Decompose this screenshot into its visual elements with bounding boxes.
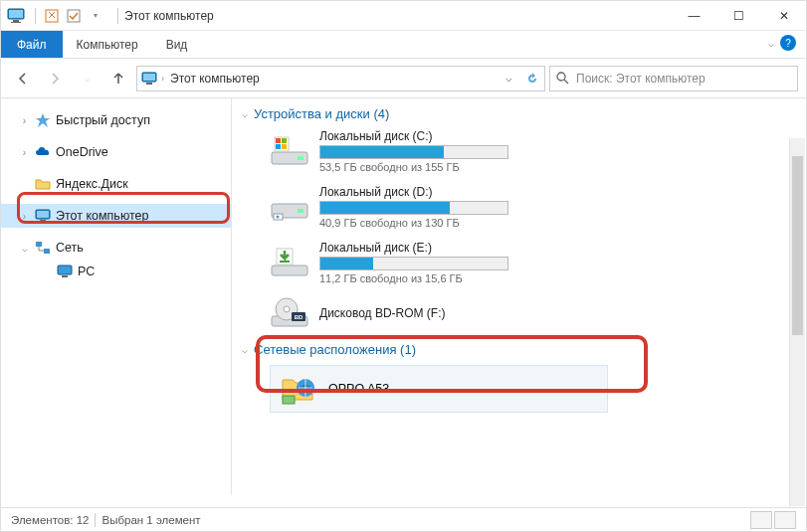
address-dropdown[interactable]: ⌵ — [497, 67, 520, 90]
vertical-scrollbar[interactable] — [789, 138, 805, 506]
refresh-button[interactable] — [520, 67, 544, 90]
drive-name: Локальный диск (C:) — [319, 129, 508, 143]
recent-dropdown[interactable]: ⌵ — [73, 67, 101, 90]
svg-rect-2 — [13, 20, 19, 22]
address-bar[interactable]: › Этот компьютер ⌵ — [136, 66, 545, 91]
status-selected: Выбран 1 элемент — [101, 514, 200, 526]
view-toggle — [750, 511, 796, 529]
svg-point-34 — [284, 306, 290, 312]
drive-download-icon — [270, 246, 309, 279]
file-tab[interactable]: Файл — [1, 31, 63, 58]
drive-info: Локальный диск (D:) 40,9 ГБ свободно из … — [319, 185, 508, 229]
sidebar-quick-access[interactable]: › Быстрый доступ — [1, 108, 231, 132]
qat-checkbox-icon[interactable] — [64, 6, 84, 26]
svg-rect-38 — [283, 396, 295, 404]
content-pane: ⌵ Устройства и диски (4) Локальный диск … — [232, 98, 806, 495]
sidebar-onedrive[interactable]: › OneDrive — [1, 140, 231, 164]
drive-name: Локальный диск (E:) — [319, 241, 508, 255]
qat-properties-icon[interactable] — [42, 6, 62, 26]
location-monitor-icon — [141, 71, 157, 87]
sidebar-this-pc[interactable]: › Этот компьютер — [1, 204, 231, 228]
search-icon — [556, 72, 570, 86]
search-placeholder: Поиск: Этот компьютер — [576, 72, 706, 86]
ribbon-expand-icon[interactable]: ⌵ — [768, 38, 774, 49]
window-controls: — ☐ ✕ — [672, 1, 806, 31]
ribbon-help: ⌵ ? — [768, 35, 796, 51]
network-folder-icon — [279, 372, 318, 406]
svg-point-9 — [557, 73, 565, 81]
svg-line-10 — [564, 80, 568, 84]
help-icon[interactable]: ? — [780, 35, 796, 51]
sidebar: › Быстрый доступ › OneDrive Яндекс.Диск … — [1, 98, 232, 495]
drive-os-icon — [270, 134, 309, 168]
status-bar: Элементов: 12 Выбран 1 элемент — [1, 507, 806, 531]
svg-rect-15 — [36, 242, 42, 247]
svg-rect-23 — [282, 138, 287, 143]
status-divider — [95, 513, 96, 527]
sidebar-network-pc[interactable]: PC — [1, 260, 231, 283]
scrollbar-thumb[interactable] — [792, 156, 803, 335]
chevron-right-icon[interactable]: › — [19, 147, 30, 158]
breadcrumb-chevron-icon[interactable]: › — [161, 74, 164, 84]
details-view-button[interactable] — [750, 511, 772, 529]
drive-info: Локальный диск (C:) 53,5 ГБ свободно из … — [319, 129, 508, 173]
minimize-button[interactable]: — — [672, 1, 716, 31]
titlebar: ▾ Этот компьютер — ☐ ✕ — [1, 1, 806, 31]
tab-computer[interactable]: Компьютер — [63, 31, 152, 58]
sidebar-label: Этот компьютер — [56, 209, 148, 223]
cloud-icon — [34, 143, 52, 161]
svg-rect-13 — [37, 211, 49, 218]
qat-dropdown-icon[interactable]: ▾ — [86, 6, 105, 26]
group-devices-header[interactable]: ⌵ Устройства и диски (4) — [242, 106, 796, 121]
svg-rect-27 — [298, 209, 303, 213]
tab-view[interactable]: Вид — [152, 31, 202, 58]
drive-freespace: 11,2 ГБ свободно из 15,6 ГБ — [319, 272, 508, 284]
drive-bdrom[interactable]: BD Дисковод BD-ROM (F:) — [270, 296, 796, 330]
svg-marker-11 — [36, 113, 50, 127]
main-area: › Быстрый доступ › OneDrive Яндекс.Диск … — [1, 98, 806, 495]
pc-icon — [56, 263, 74, 280]
svg-point-29 — [277, 216, 280, 219]
sidebar-label: Сеть — [56, 241, 84, 255]
chevron-right-icon[interactable]: › — [19, 115, 30, 126]
svg-rect-14 — [40, 220, 46, 222]
svg-rect-17 — [58, 266, 72, 274]
drive-c[interactable]: Локальный диск (C:) 53,5 ГБ свободно из … — [270, 129, 796, 173]
group-network-header[interactable]: ⌵ Сетевые расположения (1) — [242, 342, 796, 357]
drive-usage-bar — [319, 257, 508, 270]
quick-access-toolbar: ▾ — [42, 6, 105, 26]
search-box[interactable]: Поиск: Этот компьютер — [549, 66, 798, 91]
network-location-oppo[interactable]: OPPO A53 — [270, 365, 608, 413]
icons-view-button[interactable] — [774, 511, 796, 529]
sidebar-network[interactable]: ⌵ Сеть — [1, 236, 231, 260]
drive-freespace: 53,5 ГБ свободно из 155 ГБ — [319, 161, 508, 173]
breadcrumb[interactable]: Этот компьютер — [168, 72, 262, 86]
close-button[interactable]: ✕ — [761, 1, 806, 31]
forward-button[interactable] — [41, 67, 69, 90]
up-button[interactable] — [104, 67, 132, 90]
svg-rect-30 — [272, 266, 307, 275]
bdrom-icon: BD — [270, 296, 309, 330]
drive-d[interactable]: Локальный диск (D:) 40,9 ГБ свободно из … — [270, 185, 796, 229]
chevron-right-icon[interactable]: › — [19, 211, 30, 222]
chevron-down-icon[interactable]: ⌵ — [19, 243, 30, 254]
svg-rect-22 — [276, 138, 281, 143]
app-monitor-icon — [7, 7, 25, 25]
drive-e[interactable]: Локальный диск (E:) 11,2 ГБ свободно из … — [270, 241, 796, 284]
drive-usage-bar — [319, 201, 508, 215]
back-button[interactable] — [9, 67, 37, 90]
svg-rect-7 — [143, 74, 155, 81]
maximize-button[interactable]: ☐ — [716, 1, 761, 31]
chevron-down-icon[interactable]: ⌵ — [242, 108, 248, 119]
network-item-label: OPPO A53 — [328, 382, 389, 396]
star-icon — [34, 111, 52, 129]
group-label: Устройства и диски (4) — [254, 106, 389, 121]
chevron-down-icon[interactable]: ⌵ — [242, 344, 248, 355]
svg-rect-24 — [276, 144, 281, 149]
sidebar-label: OneDrive — [56, 145, 108, 159]
svg-rect-1 — [9, 10, 23, 18]
titlebar-divider-2 — [117, 8, 118, 24]
sidebar-yandex-disk[interactable]: Яндекс.Диск — [1, 172, 231, 196]
svg-text:BD: BD — [295, 314, 303, 320]
window-title: Этот компьютер — [124, 9, 214, 23]
